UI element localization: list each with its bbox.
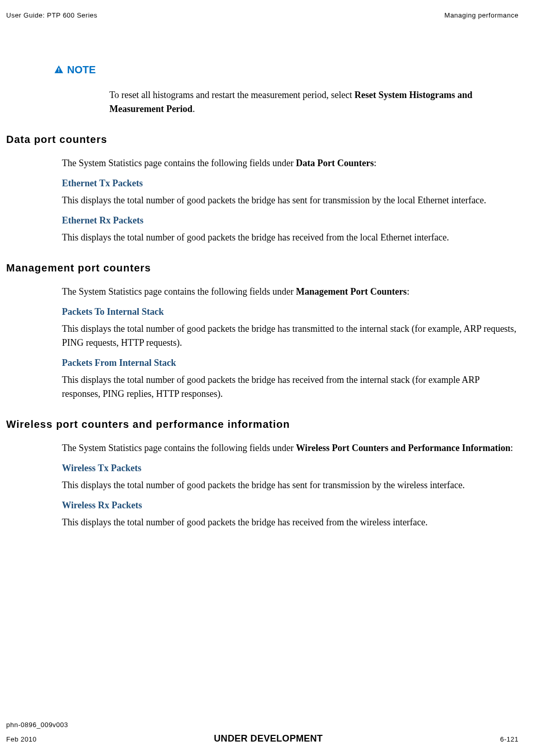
intro-pre: The System Statistics page contains the … bbox=[62, 158, 296, 168]
field-title: Wireless Tx Packets bbox=[62, 461, 519, 475]
svg-rect-1 bbox=[58, 71, 59, 72]
intro-bold: Data Port Counters bbox=[296, 158, 374, 168]
field-title: Wireless Rx Packets bbox=[62, 498, 519, 512]
field-title: Ethernet Rx Packets bbox=[62, 214, 519, 228]
footer-date: Feb 2010 bbox=[6, 734, 37, 745]
field-body: This displays the total number of good p… bbox=[62, 231, 519, 245]
page-content: NOTE To reset all histograms and restart… bbox=[6, 52, 519, 536]
intro-post: : bbox=[374, 158, 376, 168]
intro-post: : bbox=[510, 443, 513, 453]
field-title: Packets From Internal Stack bbox=[62, 356, 519, 370]
note-badge: NOTE bbox=[54, 62, 519, 79]
page-footer: phn-0896_009v003 Feb 2010 UNDER DEVELOPM… bbox=[6, 720, 519, 746]
section-heading: Management port counters bbox=[6, 260, 519, 276]
field-body: This displays the total number of good p… bbox=[62, 322, 519, 350]
page-header: User Guide: PTP 600 Series Managing perf… bbox=[6, 10, 519, 21]
footer-doc-id: phn-0896_009v003 bbox=[6, 720, 519, 730]
note-text: To reset all histograms and restart the … bbox=[109, 88, 519, 116]
intro-post: : bbox=[407, 286, 409, 297]
section-data-port-counters: Data port counters The System Statistics… bbox=[6, 132, 519, 245]
section-intro: The System Statistics page contains the … bbox=[62, 156, 519, 170]
field-body: This displays the total number of good p… bbox=[62, 373, 519, 401]
svg-rect-0 bbox=[58, 68, 59, 71]
footer-status: UNDER DEVELOPMENT bbox=[214, 732, 323, 746]
footer-page: 6-121 bbox=[500, 734, 519, 745]
field-body: This displays the total number of good p… bbox=[62, 194, 519, 207]
section-intro: The System Statistics page contains the … bbox=[62, 441, 519, 455]
intro-pre: The System Statistics page contains the … bbox=[62, 443, 296, 453]
note-label: NOTE bbox=[67, 62, 96, 77]
section-heading: Wireless port counters and performance i… bbox=[6, 416, 519, 432]
field-title: Ethernet Tx Packets bbox=[62, 176, 519, 190]
header-right: Managing performance bbox=[444, 10, 519, 21]
section-intro: The System Statistics page contains the … bbox=[62, 285, 519, 299]
section-wireless-port-counters: Wireless port counters and performance i… bbox=[6, 416, 519, 529]
note-badge-inner: NOTE bbox=[54, 62, 96, 77]
note-text-pre: To reset all histograms and restart the … bbox=[109, 90, 354, 100]
intro-bold: Wireless Port Counters and Performance I… bbox=[296, 443, 510, 453]
note-text-post: . bbox=[192, 104, 195, 114]
field-title: Packets To Internal Stack bbox=[62, 305, 519, 319]
header-left: User Guide: PTP 600 Series bbox=[6, 10, 98, 21]
note-icon bbox=[54, 65, 64, 75]
section-management-port-counters: Management port counters The System Stat… bbox=[6, 260, 519, 401]
intro-bold: Management Port Counters bbox=[296, 286, 407, 297]
intro-pre: The System Statistics page contains the … bbox=[62, 286, 296, 297]
field-body: This displays the total number of good p… bbox=[62, 478, 519, 492]
field-body: This displays the total number of good p… bbox=[62, 516, 519, 529]
section-heading: Data port counters bbox=[6, 132, 519, 147]
